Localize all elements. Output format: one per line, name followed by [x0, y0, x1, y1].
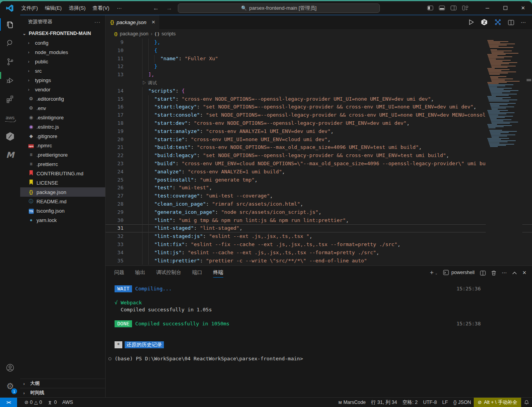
code-line-9[interactable]: 9 }, — [106, 38, 532, 47]
code-line-14[interactable]: 14 "scripts": { — [106, 87, 532, 95]
tree-item-config[interactable]: ›config — [20, 38, 105, 47]
menu-item[interactable]: 选择(S) — [65, 3, 89, 13]
status-空格: 2[interactable]: 空格: 2 — [400, 398, 421, 407]
extensions-icon[interactable] — [0, 90, 20, 108]
status-tower[interactable]: 0 — [45, 398, 59, 407]
nav-back-icon[interactable]: ← — [153, 5, 159, 12]
status-completion-badge[interactable]: ⊘Alt + \ 手动补全 — [474, 398, 521, 407]
terminal-output[interactable]: WAITCompiling...15:25:36√ Webpack Compil… — [106, 279, 532, 397]
code-line-29[interactable]: 29 "generate_icon_page": "node src/asset… — [106, 208, 532, 217]
split-editor-icon[interactable] — [508, 19, 514, 25]
code-line-35[interactable]: 35 "lint:prettier": "prettier -c --write… — [106, 257, 532, 265]
code-line-22[interactable]: 22 "build:legacy": "set NODE_OPTIONS=--o… — [106, 152, 532, 160]
split-terminal-icon[interactable] — [480, 269, 486, 275]
marscode-icon[interactable]: M — [0, 146, 20, 164]
shell-selector[interactable]: powershell — [443, 270, 475, 275]
code-line-19[interactable]: 19 "start:analyze": "cross-env ANALYZE=1… — [106, 128, 532, 136]
status-braces[interactable]: {}JSON — [450, 398, 474, 407]
tree-item--prettierrc[interactable]: ≡.prettierrc — [20, 159, 105, 169]
breadcrumb-file[interactable]: package.json — [120, 31, 149, 37]
breadcrumb[interactable]: {} package.json › { } scripts — [106, 29, 532, 38]
code-line-25[interactable]: 25 "postinstall": "umi generate tmp", — [106, 176, 532, 184]
explorer-more-icon[interactable]: ··· — [94, 19, 101, 25]
code-line-20[interactable]: 20 "start:ie": "cross-env UMI_UI=none UM… — [106, 136, 532, 144]
aws-icon[interactable]: aws — [0, 108, 20, 127]
customize-layout-icon[interactable] — [462, 5, 468, 10]
sidebar-section-大纲[interactable]: ›大纲 — [20, 379, 105, 388]
code-line-12[interactable]: 12 } — [106, 63, 532, 71]
code-line-10[interactable]: 10 { — [106, 47, 532, 55]
maximize-button[interactable] — [496, 1, 514, 15]
remote-indicator[interactable]: >< — [0, 398, 17, 407]
status-bell[interactable] — [521, 398, 532, 407]
tree-item--env[interactable]: ⚙.env — [20, 103, 105, 113]
tree-item--editorconfig[interactable]: ⚙.editorconfig — [20, 94, 105, 103]
tree-item-vendor[interactable]: ›vendor — [20, 85, 105, 94]
command-center-search[interactable]: 🔍 parsex-frontend-main [管理员] — [178, 3, 380, 13]
tab-package-json[interactable]: {} package.json ✕ — [106, 15, 159, 29]
tree-item-public[interactable]: ›public — [20, 57, 105, 66]
tree-item-package-json[interactable]: {}package.json — [20, 187, 105, 197]
tree-item--eslintrc-js[interactable]: ◉.eslintrc.js — [20, 122, 105, 131]
tree-item-src[interactable]: ›src — [20, 66, 105, 75]
dependency-graph-icon[interactable] — [494, 19, 501, 26]
code-line-34[interactable]: 34 "lint:js": "eslint --cache --ext .js,… — [106, 249, 532, 257]
accounts-icon[interactable] — [0, 358, 20, 377]
code-line-17[interactable]: 17 "start:console": "set NODE_OPTIONS=--… — [106, 111, 532, 119]
nav-forward-icon[interactable]: → — [166, 5, 172, 12]
terminal-prompt[interactable]: (base) PS D:\WorkSpace\04 ReactWorkSpace… — [115, 356, 303, 362]
settings-gear-icon[interactable]: ⚙1 — [0, 377, 20, 396]
search-icon[interactable] — [0, 34, 20, 52]
maximize-panel-icon[interactable] — [512, 270, 517, 276]
explorer-icon[interactable] — [0, 15, 20, 34]
panel-tab-终端[interactable]: 终端 — [213, 266, 223, 279]
code-line-16[interactable]: 16 "start:legacy": "set NODE_OPTIONS=--o… — [106, 103, 532, 111]
tree-item-yarn-lock[interactable]: ●yarn.lock — [20, 215, 105, 225]
code-line-13[interactable]: 13 ], — [106, 71, 532, 79]
code-line-23[interactable]: 23 "build": "cross-env UMI_ENV=cloud NOD… — [106, 160, 532, 168]
editor-more-icon[interactable]: ⋯ — [521, 19, 526, 25]
run-and-debug-icon[interactable] — [0, 71, 20, 90]
status-errors-warnings[interactable]: ⊘0△0 — [22, 398, 45, 407]
code-line-21[interactable]: 21 "build:test": "cross-env NODE_OPTIONS… — [106, 143, 532, 152]
tree-item-contributing-md[interactable]: CONTRIBUTING.md — [20, 169, 105, 178]
tree-item-tsconfig-json[interactable]: TStsconfig.json — [20, 206, 105, 215]
tree-item-node-modules[interactable]: ›node_modules — [20, 47, 105, 57]
breadcrumb-symbol[interactable]: scripts — [162, 31, 176, 37]
minimize-button[interactable]: ─ — [478, 1, 496, 15]
sidebar-section-时间线[interactable]: ›时间线 — [20, 388, 105, 397]
menu-item[interactable]: 文件(F) — [18, 3, 42, 13]
close-window-button[interactable]: ✕ — [514, 1, 532, 15]
close-panel-icon[interactable]: ✕ — [522, 270, 527, 276]
tree-item--eslintignore[interactable]: ◉.eslintignore — [20, 113, 105, 122]
close-tab-icon[interactable]: ✕ — [151, 19, 155, 25]
menu-item[interactable]: 查看(V) — [89, 3, 113, 13]
code-line-27[interactable]: 27 "test:coverage": "umi-test --coverage… — [106, 192, 532, 200]
tree-root-folder[interactable]: ⌄ PARSEX-FRONTEND-MAIN — [20, 29, 105, 38]
tree-item-typings[interactable]: ›typings — [20, 75, 105, 85]
code-line-18[interactable]: 18 "start:dev": "cross-env NODE_OPTIONS=… — [106, 119, 532, 128]
panel-tab-调试控制台[interactable]: 调试控制台 — [156, 266, 181, 279]
source-control-icon[interactable] — [0, 52, 20, 71]
code-line-32[interactable]: 32 "lint-staged:js": "eslint --ext .js,.… — [106, 232, 532, 241]
menu-item[interactable]: 编辑(E) — [42, 3, 65, 13]
status-marscode[interactable]: ᴍMarsCode — [336, 398, 369, 407]
extension-hexagon-icon[interactable] — [0, 127, 20, 146]
menu-more-button[interactable]: ··· — [113, 5, 126, 11]
code-line-15[interactable]: 15 "start": "cross-env NODE_OPTIONS=--op… — [106, 95, 532, 103]
code-line-30[interactable]: 30 "lint": "umi g tmp && npm run lint:js… — [106, 217, 532, 225]
toggle-sidebar-icon[interactable] — [427, 5, 433, 10]
code-line-31[interactable]: 31 "lint-staged": "lint-staged", — [106, 224, 532, 232]
code-line-11[interactable]: 11 "name": "Fuller Xu" — [106, 55, 532, 63]
status-行 31, 列 34[interactable]: 行 31, 列 34 — [369, 398, 400, 407]
status-LF[interactable]: LF — [440, 398, 451, 407]
status-AWS[interactable]: AWS — [59, 398, 76, 407]
codelens-debug[interactable]: ▷ 调试 — [106, 79, 532, 87]
panel-tab-端口[interactable]: 端口 — [192, 266, 202, 279]
status-UTF-8[interactable]: UTF-8 — [420, 398, 439, 407]
code-line-24[interactable]: 24 "analyze": "cross-env ANALYZE=1 umi b… — [106, 168, 532, 176]
extension-action-icon[interactable] — [481, 19, 488, 26]
panel-more-icon[interactable]: ⋯ — [502, 270, 507, 276]
restore-history-label[interactable]: 还原的历史记录 — [125, 341, 164, 348]
tree-item-license[interactable]: LICENSE — [20, 178, 105, 187]
